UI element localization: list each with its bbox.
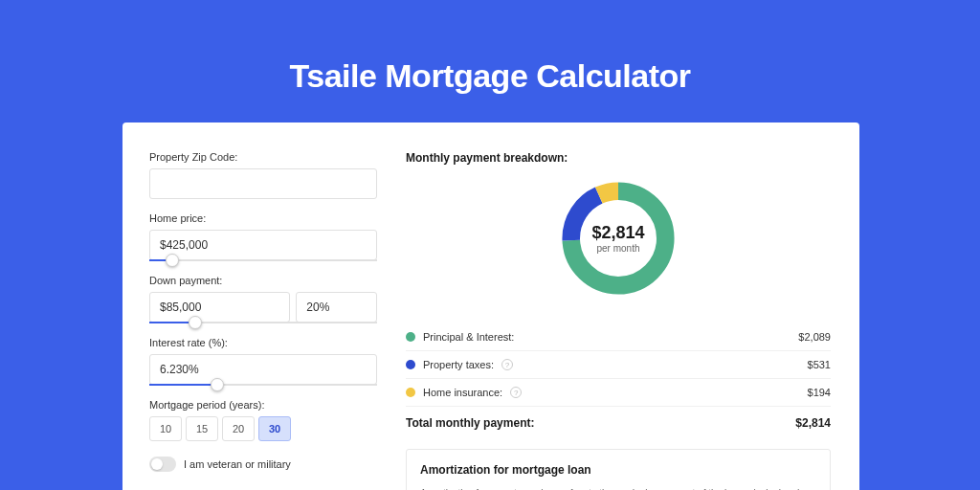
down-slider-thumb[interactable] (189, 316, 202, 329)
down-amount-input[interactable] (149, 292, 290, 323)
price-label: Home price: (149, 212, 377, 224)
down-slider[interactable] (149, 322, 377, 323)
legend-principal-value: $2,089 (798, 331, 831, 343)
period-20-button[interactable]: 20 (222, 416, 255, 441)
period-buttons: 10 15 20 30 (149, 416, 377, 441)
veteran-toggle[interactable] (149, 457, 176, 472)
legend-insurance: Home insurance: ? $194 (406, 379, 831, 407)
legend-principal-label: Principal & Interest: (423, 331, 514, 343)
veteran-label: I am veteran or military (184, 458, 291, 470)
amortization-section: Amortization for mortgage loan Amortizat… (406, 449, 831, 490)
donut-center: $2,814 per month (556, 176, 680, 301)
calculator-card: Property Zip Code: Home price: Down paym… (122, 122, 859, 490)
inputs-column: Property Zip Code: Home price: Down paym… (149, 151, 377, 477)
page-background: Tsaile Mortgage Calculator Property Zip … (0, 0, 980, 490)
total-row: Total monthly payment: $2,814 (406, 407, 831, 443)
amortization-heading: Amortization for mortgage loan (420, 463, 816, 477)
info-icon[interactable]: ? (501, 359, 513, 370)
price-group: Home price: (149, 212, 377, 261)
rate-input[interactable] (149, 354, 377, 385)
dot-icon (406, 360, 415, 369)
rate-group: Interest rate (%): (149, 337, 377, 386)
page-title: Tsaile Mortgage Calculator (0, 57, 980, 95)
breakdown-column: Monthly payment breakdown: $2,814 per mo… (404, 151, 833, 477)
zip-input[interactable] (149, 168, 377, 199)
breakdown-heading: Monthly payment breakdown: (406, 151, 831, 165)
legend-insurance-label: Home insurance: (423, 387, 502, 398)
period-10-button[interactable]: 10 (149, 416, 182, 441)
donut-chart: $2,814 per month (556, 176, 680, 301)
zip-label: Property Zip Code: (149, 151, 377, 163)
period-label: Mortgage period (years): (149, 399, 377, 411)
dot-icon (406, 388, 415, 397)
period-15-button[interactable]: 15 (186, 416, 218, 441)
zip-group: Property Zip Code: (149, 151, 377, 199)
veteran-row: I am veteran or military (149, 457, 377, 472)
legend-principal: Principal & Interest: $2,089 (406, 323, 831, 351)
rate-slider[interactable] (149, 384, 377, 386)
donut-sub: per month (596, 243, 639, 254)
total-label: Total monthly payment: (406, 416, 534, 430)
down-group: Down payment: (149, 275, 377, 323)
donut-chart-wrap: $2,814 per month (406, 176, 831, 301)
period-group: Mortgage period (years): 10 15 20 30 (149, 399, 377, 441)
price-slider[interactable] (149, 259, 377, 261)
down-label: Down payment: (149, 275, 377, 286)
price-input[interactable] (149, 230, 377, 260)
down-percent-input[interactable] (296, 292, 377, 323)
rate-slider-thumb[interactable] (211, 378, 224, 391)
amortization-text: Amortization for a mortgage loan refers … (420, 486, 816, 490)
info-icon[interactable]: ? (510, 387, 522, 398)
price-slider-thumb[interactable] (166, 254, 179, 267)
rate-label: Interest rate (%): (149, 337, 377, 348)
legend-taxes-label: Property taxes: (423, 359, 494, 370)
legend-taxes-value: $531 (808, 359, 831, 370)
legend-taxes: Property taxes: ? $531 (406, 351, 831, 379)
period-30-button[interactable]: 30 (258, 416, 291, 441)
donut-amount: $2,814 (591, 223, 644, 243)
legend-insurance-value: $194 (808, 387, 831, 398)
dot-icon (406, 332, 415, 342)
total-value: $2,814 (795, 416, 831, 430)
